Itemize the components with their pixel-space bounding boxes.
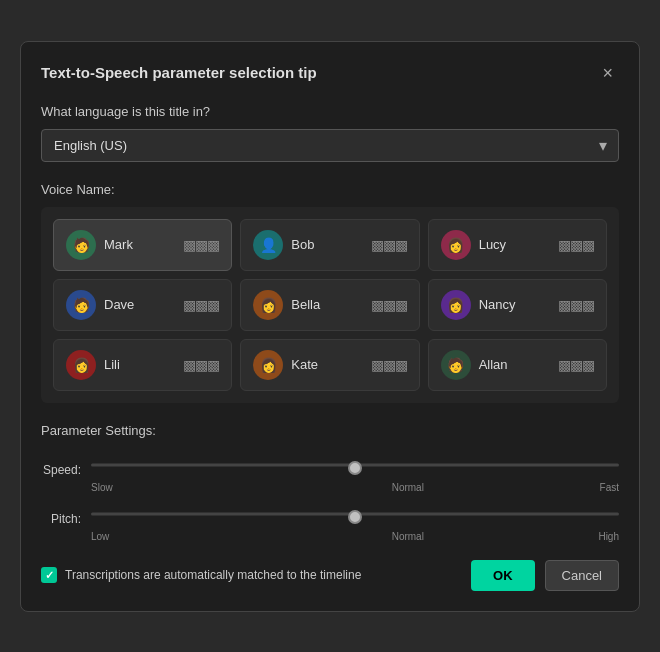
wave-icon-allan: ▩▩▩: [558, 357, 594, 373]
speed-row: Speed: Slow Normal Fast: [41, 448, 619, 493]
voice-name-bob: Bob: [291, 237, 314, 252]
wave-icon-dave: ▩▩▩: [183, 297, 219, 313]
speed-range-wrapper: [91, 448, 619, 482]
params-section: Parameter Settings: Speed: Slow Normal F…: [41, 423, 619, 542]
voice-card-allan[interactable]: 🧑Allan▩▩▩: [428, 339, 607, 391]
pitch-row: Pitch: Low Normal High: [41, 497, 619, 542]
voice-grid-container: 🧑Mark▩▩▩👤Bob▩▩▩👩Lucy▩▩▩🧑Dave▩▩▩👩Bella▩▩▩…: [41, 207, 619, 403]
voice-avatar-kate: 👩: [253, 350, 283, 380]
pitch-label-high: High: [598, 531, 619, 542]
params-label: Parameter Settings:: [41, 423, 619, 438]
voice-avatar-lili: 👩: [66, 350, 96, 380]
pitch-label: Pitch:: [41, 512, 81, 526]
speed-labels: Slow Normal Fast: [91, 482, 619, 493]
pitch-slider-container: Low Normal High: [91, 497, 619, 542]
checkbox-row: ✓ Transcriptions are automatically match…: [41, 567, 361, 583]
voice-card-nancy[interactable]: 👩Nancy▩▩▩: [428, 279, 607, 331]
dialog-header: Text-to-Speech parameter selection tip ×: [41, 62, 619, 84]
speed-label-normal: Normal: [392, 482, 424, 493]
checkbox-label: Transcriptions are automatically matched…: [65, 568, 361, 582]
wave-icon-lili: ▩▩▩: [183, 357, 219, 373]
speed-label-slow: Slow: [91, 482, 113, 493]
pitch-label-normal: Normal: [392, 531, 424, 542]
ok-button[interactable]: OK: [471, 560, 535, 591]
language-question: What language is this title in?: [41, 104, 619, 119]
voice-name-lucy: Lucy: [479, 237, 506, 252]
pitch-slider[interactable]: [91, 515, 619, 519]
voice-card-left: 🧑Mark: [66, 230, 133, 260]
wave-icon-bob: ▩▩▩: [371, 237, 407, 253]
voice-avatar-bella: 👩: [253, 290, 283, 320]
wave-icon-lucy: ▩▩▩: [558, 237, 594, 253]
language-section: What language is this title in? English …: [41, 104, 619, 162]
tts-dialog: Text-to-Speech parameter selection tip ×…: [20, 41, 640, 612]
voice-card-dave[interactable]: 🧑Dave▩▩▩: [53, 279, 232, 331]
voice-grid: 🧑Mark▩▩▩👤Bob▩▩▩👩Lucy▩▩▩🧑Dave▩▩▩👩Bella▩▩▩…: [53, 219, 607, 391]
speed-label-fast: Fast: [600, 482, 619, 493]
voice-name-kate: Kate: [291, 357, 318, 372]
voice-name-allan: Allan: [479, 357, 508, 372]
voice-name-dave: Dave: [104, 297, 134, 312]
voice-card-lucy[interactable]: 👩Lucy▩▩▩: [428, 219, 607, 271]
voice-card-left: 👩Bella: [253, 290, 320, 320]
voice-avatar-bob: 👤: [253, 230, 283, 260]
voice-card-left: 👩Nancy: [441, 290, 516, 320]
wave-icon-mark: ▩▩▩: [183, 237, 219, 253]
pitch-labels: Low Normal High: [91, 531, 619, 542]
voice-card-bella[interactable]: 👩Bella▩▩▩: [240, 279, 419, 331]
cancel-button[interactable]: Cancel: [545, 560, 619, 591]
voice-avatar-dave: 🧑: [66, 290, 96, 320]
speed-label: Speed:: [41, 463, 81, 477]
voice-card-lili[interactable]: 👩Lili▩▩▩: [53, 339, 232, 391]
voice-avatar-allan: 🧑: [441, 350, 471, 380]
voice-section: Voice Name: 🧑Mark▩▩▩👤Bob▩▩▩👩Lucy▩▩▩🧑Dave…: [41, 182, 619, 403]
language-select-wrapper: English (US) English (UK) Spanish French…: [41, 129, 619, 162]
language-select[interactable]: English (US) English (UK) Spanish French…: [41, 129, 619, 162]
voice-section-label: Voice Name:: [41, 182, 619, 197]
voice-avatar-nancy: 👩: [441, 290, 471, 320]
voice-name-nancy: Nancy: [479, 297, 516, 312]
voice-avatar-mark: 🧑: [66, 230, 96, 260]
voice-name-bella: Bella: [291, 297, 320, 312]
voice-card-mark[interactable]: 🧑Mark▩▩▩: [53, 219, 232, 271]
checkmark-icon: ✓: [45, 569, 54, 582]
voice-card-left: 👩Kate: [253, 350, 318, 380]
voice-card-left: 👤Bob: [253, 230, 314, 260]
button-row: OK Cancel: [471, 560, 619, 591]
auto-match-checkbox[interactable]: ✓: [41, 567, 57, 583]
voice-card-kate[interactable]: 👩Kate▩▩▩: [240, 339, 419, 391]
dialog-title: Text-to-Speech parameter selection tip: [41, 64, 317, 81]
wave-icon-bella: ▩▩▩: [371, 297, 407, 313]
voice-name-mark: Mark: [104, 237, 133, 252]
pitch-label-low: Low: [91, 531, 109, 542]
voice-card-left: 👩Lucy: [441, 230, 506, 260]
pitch-range-wrapper: [91, 497, 619, 531]
voice-avatar-lucy: 👩: [441, 230, 471, 260]
wave-icon-kate: ▩▩▩: [371, 357, 407, 373]
voice-card-left: 🧑Allan: [441, 350, 508, 380]
wave-icon-nancy: ▩▩▩: [558, 297, 594, 313]
voice-name-lili: Lili: [104, 357, 120, 372]
footer: ✓ Transcriptions are automatically match…: [41, 560, 619, 591]
close-button[interactable]: ×: [596, 62, 619, 84]
voice-card-bob[interactable]: 👤Bob▩▩▩: [240, 219, 419, 271]
voice-card-left: 👩Lili: [66, 350, 120, 380]
speed-slider-container: Slow Normal Fast: [91, 448, 619, 493]
voice-card-left: 🧑Dave: [66, 290, 134, 320]
speed-slider[interactable]: [91, 466, 619, 470]
